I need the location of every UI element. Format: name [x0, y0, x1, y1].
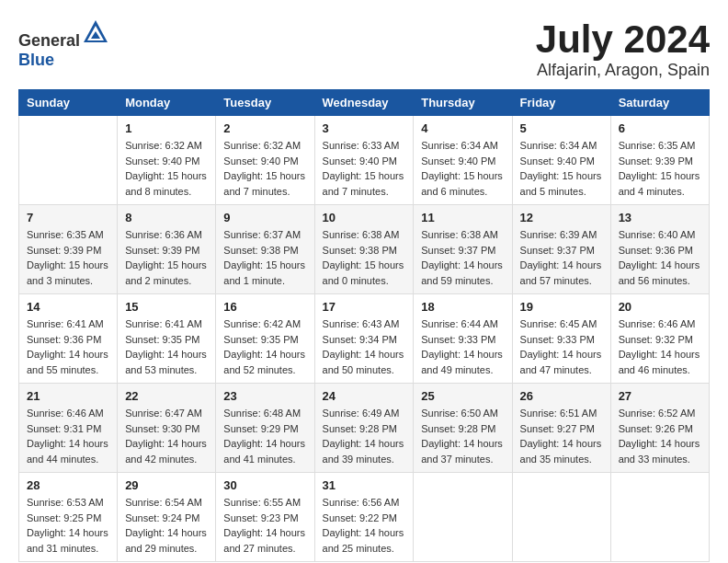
cell-info: Sunrise: 6:55 AMSunset: 9:23 PMDaylight:… — [223, 497, 305, 554]
logo-general: General — [18, 31, 80, 50]
location-title: Alfajarin, Aragon, Spain — [536, 61, 710, 80]
calendar-cell: 5 Sunrise: 6:34 AMSunset: 9:40 PMDayligh… — [512, 116, 610, 205]
day-number: 1 — [125, 121, 208, 135]
day-header-friday: Friday — [512, 90, 610, 116]
cell-info: Sunrise: 6:46 AMSunset: 9:31 PMDaylight:… — [27, 408, 108, 465]
day-header-sunday: Sunday — [19, 90, 118, 116]
calendar-cell: 25 Sunrise: 6:50 AMSunset: 9:28 PMDaylig… — [414, 384, 512, 473]
day-number: 6 — [619, 121, 701, 135]
cell-info: Sunrise: 6:37 AMSunset: 9:38 PMDaylight:… — [223, 229, 305, 286]
day-number: 19 — [520, 300, 603, 314]
day-number: 26 — [520, 389, 603, 403]
cell-info: Sunrise: 6:32 AMSunset: 9:40 PMDaylight:… — [223, 140, 305, 197]
cell-info: Sunrise: 6:38 AMSunset: 9:38 PMDaylight:… — [323, 229, 404, 286]
day-number: 27 — [619, 389, 701, 403]
day-number: 30 — [223, 478, 306, 492]
calendar-week-row: 21 Sunrise: 6:46 AMSunset: 9:31 PMDaylig… — [19, 384, 710, 473]
day-number: 2 — [223, 121, 306, 135]
cell-info: Sunrise: 6:38 AMSunset: 9:37 PMDaylight:… — [421, 229, 503, 286]
calendar-cell: 22 Sunrise: 6:47 AMSunset: 9:30 PMDaylig… — [118, 384, 216, 473]
calendar-cell: 4 Sunrise: 6:34 AMSunset: 9:40 PMDayligh… — [414, 116, 512, 205]
calendar-cell — [19, 116, 118, 205]
day-number: 8 — [125, 211, 208, 224]
cell-info: Sunrise: 6:44 AMSunset: 9:33 PMDaylight:… — [421, 318, 503, 375]
cell-info: Sunrise: 6:52 AMSunset: 9:26 PMDaylight:… — [619, 408, 700, 465]
day-header-monday: Monday — [118, 90, 216, 116]
calendar-cell: 14 Sunrise: 6:41 AMSunset: 9:36 PMDaylig… — [19, 294, 118, 384]
calendar-cell: 10 Sunrise: 6:38 AMSunset: 9:38 PMDaylig… — [314, 205, 414, 294]
cell-info: Sunrise: 6:33 AMSunset: 9:40 PMDaylight:… — [323, 140, 404, 197]
calendar-cell: 11 Sunrise: 6:38 AMSunset: 9:37 PMDaylig… — [414, 205, 512, 294]
cell-info: Sunrise: 6:43 AMSunset: 9:34 PMDaylight:… — [323, 318, 404, 375]
cell-info: Sunrise: 6:47 AMSunset: 9:30 PMDaylight:… — [125, 408, 207, 465]
calendar-week-row: 28 Sunrise: 6:53 AMSunset: 9:25 PMDaylig… — [19, 473, 710, 562]
cell-info: Sunrise: 6:48 AMSunset: 9:29 PMDaylight:… — [223, 408, 305, 465]
calendar-cell: 29 Sunrise: 6:54 AMSunset: 9:24 PMDaylig… — [118, 473, 216, 562]
calendar-cell: 8 Sunrise: 6:36 AMSunset: 9:39 PMDayligh… — [118, 205, 216, 294]
day-number: 18 — [421, 300, 504, 314]
cell-info: Sunrise: 6:46 AMSunset: 9:32 PMDaylight:… — [619, 318, 700, 375]
day-header-thursday: Thursday — [414, 90, 512, 116]
cell-info: Sunrise: 6:56 AMSunset: 9:22 PMDaylight:… — [323, 497, 404, 554]
calendar-cell: 3 Sunrise: 6:33 AMSunset: 9:40 PMDayligh… — [314, 116, 414, 205]
day-number: 4 — [421, 121, 504, 135]
calendar-cell: 12 Sunrise: 6:39 AMSunset: 9:37 PMDaylig… — [512, 205, 610, 294]
calendar-cell: 7 Sunrise: 6:35 AMSunset: 9:39 PMDayligh… — [19, 205, 118, 294]
logo-text: General Blue — [18, 18, 109, 70]
calendar-cell: 9 Sunrise: 6:37 AMSunset: 9:38 PMDayligh… — [216, 205, 314, 294]
cell-info: Sunrise: 6:39 AMSunset: 9:37 PMDaylight:… — [520, 229, 602, 286]
day-number: 3 — [323, 121, 406, 135]
day-number: 13 — [619, 211, 701, 224]
day-number: 28 — [27, 478, 109, 492]
calendar-cell: 28 Sunrise: 6:53 AMSunset: 9:25 PMDaylig… — [19, 473, 118, 562]
cell-info: Sunrise: 6:50 AMSunset: 9:28 PMDaylight:… — [421, 408, 503, 465]
calendar-cell: 26 Sunrise: 6:51 AMSunset: 9:27 PMDaylig… — [512, 384, 610, 473]
cell-info: Sunrise: 6:32 AMSunset: 9:40 PMDaylight:… — [125, 140, 207, 197]
day-number: 23 — [223, 389, 306, 403]
calendar-cell — [610, 473, 709, 562]
logo-icon — [82, 18, 109, 46]
calendar-cell: 16 Sunrise: 6:42 AMSunset: 9:35 PMDaylig… — [216, 294, 314, 384]
calendar-cell: 2 Sunrise: 6:32 AMSunset: 9:40 PMDayligh… — [216, 116, 314, 205]
day-header-wednesday: Wednesday — [314, 90, 414, 116]
logo-blue: Blue — [18, 51, 54, 69]
day-number: 31 — [323, 478, 406, 492]
day-number: 11 — [421, 211, 504, 224]
cell-info: Sunrise: 6:49 AMSunset: 9:28 PMDaylight:… — [323, 408, 404, 465]
day-number: 16 — [223, 300, 306, 314]
month-title: July 2024 — [536, 18, 710, 61]
day-number: 29 — [125, 478, 208, 492]
calendar-table: SundayMondayTuesdayWednesdayThursdayFrid… — [18, 89, 710, 562]
day-number: 15 — [125, 300, 208, 314]
calendar-cell: 18 Sunrise: 6:44 AMSunset: 9:33 PMDaylig… — [414, 294, 512, 384]
day-number: 17 — [323, 300, 406, 314]
cell-info: Sunrise: 6:40 AMSunset: 9:36 PMDaylight:… — [619, 229, 700, 286]
calendar-header-row: SundayMondayTuesdayWednesdayThursdayFrid… — [19, 90, 710, 116]
day-number: 21 — [27, 389, 109, 403]
logo: General Blue — [18, 18, 109, 70]
day-number: 9 — [223, 211, 306, 224]
cell-info: Sunrise: 6:35 AMSunset: 9:39 PMDaylight:… — [619, 140, 700, 197]
calendar-week-row: 7 Sunrise: 6:35 AMSunset: 9:39 PMDayligh… — [19, 205, 710, 294]
calendar-cell: 17 Sunrise: 6:43 AMSunset: 9:34 PMDaylig… — [314, 294, 414, 384]
day-number: 24 — [323, 389, 406, 403]
day-number: 25 — [421, 389, 504, 403]
calendar-cell: 1 Sunrise: 6:32 AMSunset: 9:40 PMDayligh… — [118, 116, 216, 205]
calendar-week-row: 1 Sunrise: 6:32 AMSunset: 9:40 PMDayligh… — [19, 116, 710, 205]
calendar-cell: 19 Sunrise: 6:45 AMSunset: 9:33 PMDaylig… — [512, 294, 610, 384]
day-number: 7 — [27, 211, 109, 224]
cell-info: Sunrise: 6:34 AMSunset: 9:40 PMDaylight:… — [520, 140, 602, 197]
calendar-cell: 13 Sunrise: 6:40 AMSunset: 9:36 PMDaylig… — [610, 205, 709, 294]
cell-info: Sunrise: 6:41 AMSunset: 9:36 PMDaylight:… — [27, 318, 108, 375]
calendar-cell: 15 Sunrise: 6:41 AMSunset: 9:35 PMDaylig… — [118, 294, 216, 384]
calendar-cell — [512, 473, 610, 562]
calendar-cell: 31 Sunrise: 6:56 AMSunset: 9:22 PMDaylig… — [314, 473, 414, 562]
day-number: 22 — [125, 389, 208, 403]
day-number: 5 — [520, 121, 603, 135]
calendar-cell: 27 Sunrise: 6:52 AMSunset: 9:26 PMDaylig… — [610, 384, 709, 473]
day-number: 14 — [27, 300, 109, 314]
day-number: 20 — [619, 300, 701, 314]
cell-info: Sunrise: 6:51 AMSunset: 9:27 PMDaylight:… — [520, 408, 602, 465]
page-header: General Blue July 2024 Alfajarin, Aragon… — [18, 18, 710, 80]
day-header-tuesday: Tuesday — [216, 90, 314, 116]
